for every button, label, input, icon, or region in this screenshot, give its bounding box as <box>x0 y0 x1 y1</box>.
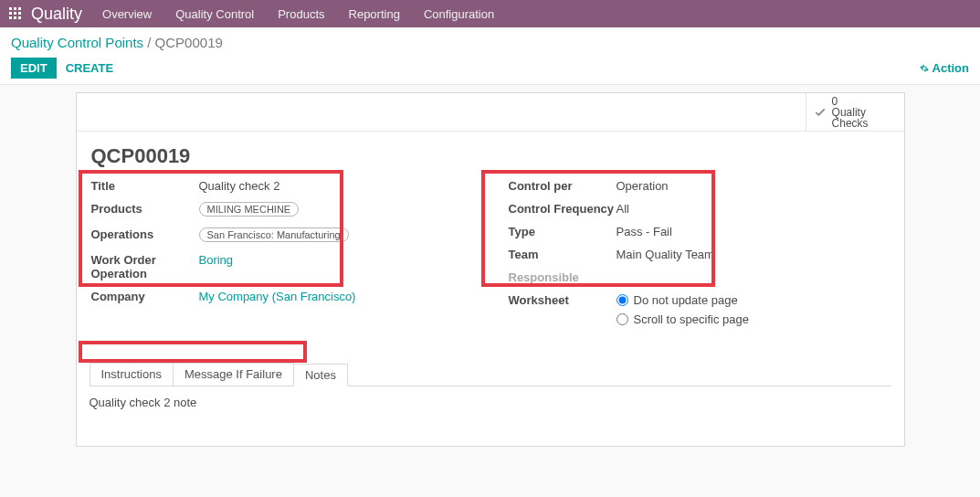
operations-tag[interactable]: San Francisco: Manufacturing <box>199 227 349 242</box>
worksheet-label: Worksheet <box>509 293 616 307</box>
edit-button[interactable]: EDIT <box>11 58 57 79</box>
svg-rect-2 <box>18 7 21 10</box>
quality-checks-stat-button[interactable]: 0 Quality Checks <box>806 93 904 131</box>
breadcrumb-sep: / <box>143 35 155 50</box>
breadcrumb: Quality Control Points / QCP00019 <box>11 35 969 50</box>
title-value: Quality check 2 <box>199 179 280 193</box>
tab-message-if-failure[interactable]: Message If Failure <box>174 363 294 386</box>
company-value[interactable]: My Company (San Francisco) <box>199 290 356 303</box>
products-label: Products <box>91 202 199 216</box>
type-label: Type <box>509 225 616 238</box>
svg-rect-6 <box>9 16 12 19</box>
check-icon <box>814 105 827 120</box>
controlper-label: Control per <box>509 179 616 193</box>
worksheet-option-scroll[interactable]: Scroll to specific page <box>616 312 749 326</box>
svg-rect-5 <box>18 12 21 15</box>
products-tag[interactable]: MILING MECHINE <box>199 202 300 217</box>
worksheet-opt1-label: Do not update page <box>634 293 738 307</box>
company-label: Company <box>91 290 199 303</box>
menu-configuration[interactable]: Configuration <box>424 7 494 21</box>
svg-rect-4 <box>14 12 16 15</box>
action-label: Action <box>933 61 969 75</box>
responsible-label: Responsible <box>509 270 616 284</box>
stat-label: Quality Checks <box>832 107 897 129</box>
tab-instructions[interactable]: Instructions <box>90 363 174 386</box>
svg-rect-0 <box>9 7 12 10</box>
type-value: Pass - Fail <box>616 225 672 238</box>
create-button[interactable]: CREATE <box>66 61 113 75</box>
gear-icon <box>920 64 929 73</box>
worksheet-opt2-label: Scroll to specific page <box>634 312 749 326</box>
worksheet-radio-2[interactable] <box>616 313 628 325</box>
controlper-value: Operation <box>616 179 669 193</box>
breadcrumb-current: QCP00019 <box>155 35 223 50</box>
menu-reporting[interactable]: Reporting <box>349 7 400 21</box>
stat-count: 0 <box>832 96 897 107</box>
title-label: Title <box>91 179 199 193</box>
svg-rect-7 <box>14 16 16 19</box>
breadcrumb-link[interactable]: Quality Control Points <box>11 35 143 50</box>
record-name: QCP00019 <box>91 144 890 168</box>
freq-value: All <box>616 202 629 216</box>
apps-icon[interactable] <box>9 7 22 20</box>
team-label: Team <box>509 248 616 261</box>
svg-rect-1 <box>14 7 16 10</box>
highlight-tabs <box>79 341 307 363</box>
notes-content: Quality check 2 note <box>77 386 904 418</box>
worksheet-radio-1[interactable] <box>616 294 628 306</box>
operations-label: Operations <box>91 227 199 241</box>
tab-notes[interactable]: Notes <box>294 364 348 386</box>
menu-overview[interactable]: Overview <box>102 7 152 21</box>
menu-products[interactable]: Products <box>278 7 324 21</box>
workorder-label: Work Order Operation <box>91 253 199 280</box>
menu-quality-control[interactable]: Quality Control <box>175 7 254 21</box>
app-brand: Quality <box>31 5 82 24</box>
team-value: Main Quality Team <box>616 248 714 261</box>
action-dropdown[interactable]: Action <box>920 61 969 75</box>
freq-label: Control Frequency <box>509 202 616 216</box>
worksheet-option-no-update[interactable]: Do not update page <box>616 293 749 307</box>
svg-rect-8 <box>18 16 21 19</box>
workorder-value[interactable]: Boring <box>199 253 234 267</box>
svg-rect-3 <box>9 12 12 15</box>
